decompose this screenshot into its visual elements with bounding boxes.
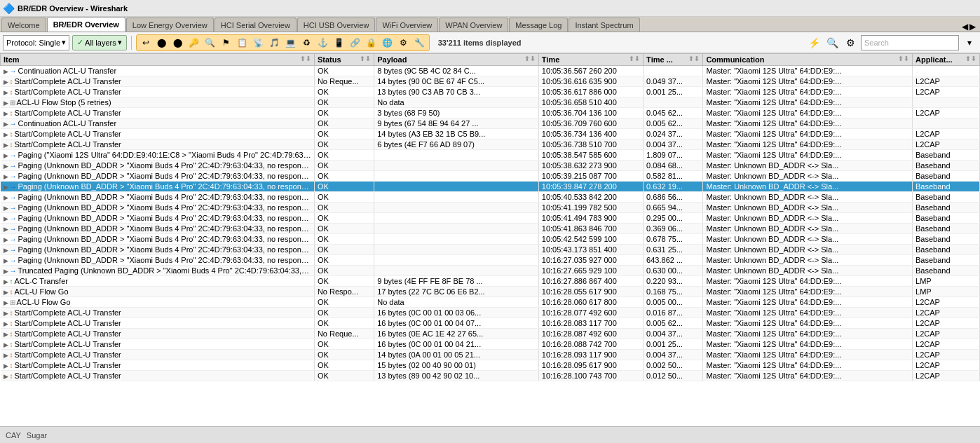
table-row[interactable]: ▶→Paging ("Xiaomi 12S Ultra" 64:DD:E9:40… — [1, 150, 980, 161]
col-header-item[interactable]: Item ⬆⬇ — [1, 54, 315, 66]
anchor-btn[interactable]: ⚓ — [315, 36, 331, 50]
table-row[interactable]: ▶↕Start/Complete ACL-U Transfer OK 14 by… — [1, 350, 980, 360]
table-row[interactable]: ▶↕ACL-U Flow Go No Respo... 17 bytes (22… — [1, 287, 980, 297]
expand-icon[interactable]: ▶ — [4, 320, 8, 327]
table-row[interactable]: ▶→Continuation ACL-U Transfer OK 9 bytes… — [1, 118, 980, 129]
expand-icon[interactable]: ▶ — [4, 142, 8, 149]
expand-icon[interactable]: ▶ — [4, 68, 8, 75]
recycle-btn[interactable]: ♻ — [299, 36, 315, 50]
table-row[interactable]: ▶↕Start/Complete ACL-U Transfer OK 6 byt… — [1, 139, 980, 150]
table-row[interactable]: ▶↕Start/Complete ACL-U Transfer OK 16 by… — [1, 339, 980, 350]
expand-icon[interactable]: ▶ — [4, 184, 8, 191]
filter-icon-btn[interactable]: ⚡ — [806, 36, 822, 50]
tab-instantspectrum[interactable]: Instant Spectrum — [569, 18, 639, 32]
expand-icon[interactable]: ▶ — [4, 373, 8, 380]
col-header-payload[interactable]: Payload ⬆⬇ — [374, 54, 539, 66]
expand-icon[interactable]: ▶ — [4, 194, 8, 201]
tab-lowenergy[interactable]: Low Energy Overview — [126, 18, 214, 32]
expand-icon[interactable]: ▶ — [4, 257, 8, 264]
pc-btn[interactable]: 💻 — [283, 36, 299, 50]
tab-wifi[interactable]: WiFi Overview — [376, 18, 438, 32]
table-row[interactable]: ▶↑ACL-C Transfer OK 9 bytes (4E FF FE 8F… — [1, 276, 980, 287]
table-row[interactable]: ▶↕Start/Complete ACL-U Transfer OK 15 by… — [1, 360, 980, 371]
table-row[interactable]: ▶→Truncated Paging (Unknown BD_ADDR > "X… — [1, 266, 980, 276]
table-row[interactable]: ▶⊞ACL-U Flow Stop (5 retries) OK No data… — [1, 97, 980, 108]
expand-icon[interactable]: ▶ — [4, 268, 8, 275]
expand-icon[interactable]: ▶ — [4, 152, 8, 159]
expand-icon[interactable]: ▶ — [4, 131, 8, 138]
expand-icon[interactable]: ▶ — [4, 215, 8, 222]
expand-icon[interactable]: ▶ — [4, 278, 8, 285]
table-row[interactable]: ▶→Paging (Unknown BD_ADDR > "Xiaomi Buds… — [1, 255, 980, 266]
tab-hciserial[interactable]: HCI Serial Overview — [215, 18, 297, 32]
col-header-time1[interactable]: Time ⬆⬇ — [538, 54, 643, 66]
col-header-comm[interactable]: Communication ⬆⬇ — [703, 54, 913, 66]
dot2-btn[interactable]: ⬤ — [170, 36, 186, 50]
settings-icon-btn[interactable]: ⚙ — [843, 36, 858, 50]
col-header-time2[interactable]: Time ... ⬆⬇ — [644, 54, 703, 66]
expand-icon[interactable]: ▶ — [4, 341, 8, 348]
tab-welcome[interactable]: Welcome — [1, 18, 46, 32]
mobile-btn[interactable]: 📱 — [332, 36, 347, 50]
tab-prev-arrow[interactable]: ◀ — [962, 22, 968, 32]
table-row[interactable]: ▶→Paging (Unknown BD_ADDR > "Xiaomi Buds… — [1, 161, 980, 171]
back-btn[interactable]: ↩ — [138, 36, 154, 50]
table-row[interactable]: ▶⊞ACL-U Flow Go OK No data 10:16:28.060 … — [1, 297, 980, 308]
table-row[interactable]: ▶→Paging (Unknown BD_ADDR > "Xiaomi Buds… — [1, 213, 980, 224]
table-row[interactable]: ▶↕Start/Complete ACL-U Transfer OK 16 by… — [1, 318, 980, 329]
wrench-btn[interactable]: 🔧 — [412, 36, 428, 50]
signal-btn[interactable]: 📡 — [251, 36, 266, 50]
tab-next-arrow[interactable]: ▶ — [969, 22, 976, 32]
expand-icon[interactable]: ▶ — [4, 289, 8, 296]
expand-icon[interactable]: ▶ — [4, 163, 8, 170]
expand-icon[interactable]: ▶ — [4, 100, 8, 107]
tab-bredr[interactable]: BR/EDR Overview — [47, 17, 125, 32]
expand-icon[interactable]: ▶ — [4, 362, 8, 369]
expand-icon[interactable]: ▶ — [4, 299, 8, 306]
expand-icon[interactable]: ▶ — [4, 331, 8, 338]
tab-messagelog[interactable]: Message Log — [509, 18, 568, 32]
table-row[interactable]: ▶→Paging (Unknown BD_ADDR > "Xiaomi Buds… — [1, 182, 980, 192]
tab-hciusb[interactable]: HCI USB Overview — [297, 18, 376, 32]
table-row[interactable]: ▶↕Start/Complete ACL-U Transfer OK 13 by… — [1, 371, 980, 381]
expand-icon[interactable]: ▶ — [4, 110, 8, 117]
expand-icon[interactable]: ▶ — [4, 247, 8, 254]
search-filter-btn[interactable]: 🔍 — [203, 36, 218, 50]
lock-btn[interactable]: 🔒 — [364, 36, 379, 50]
key-btn[interactable]: 🔑 — [186, 36, 202, 50]
link-btn[interactable]: 🔗 — [348, 36, 363, 50]
globe-btn[interactable]: 🌐 — [380, 36, 395, 50]
table-row[interactable]: ▶↕Start/Complete ACL-U Transfer OK 16 by… — [1, 308, 980, 318]
table-row[interactable]: ▶→Paging (Unknown BD_ADDR > "Xiaomi Buds… — [1, 234, 980, 245]
protocol-select[interactable]: Protocol: Single ▾ — [3, 35, 69, 50]
expand-icon[interactable]: ▶ — [4, 205, 8, 212]
expand-icon[interactable]: ▶ — [4, 79, 8, 86]
col-header-status[interactable]: Status ⬆⬇ — [314, 54, 374, 66]
tab-wpan[interactable]: WPAN Overview — [439, 18, 508, 32]
table-row[interactable]: ▶↕Start/Complete ACL-U Transfer OK 14 by… — [1, 129, 980, 139]
table-row[interactable]: ▶↕Start/Complete ACL-U Transfer OK 13 by… — [1, 87, 980, 97]
all-layers-btn[interactable]: ✓ All layers ▾ — [72, 35, 127, 50]
dot1-btn[interactable]: ⬤ — [154, 36, 170, 50]
table-row[interactable]: ▶→Paging (Unknown BD_ADDR > "Xiaomi Buds… — [1, 203, 980, 213]
table-row[interactable]: ▶↕Start/Complete ACL-U Transfer No Reque… — [1, 76, 980, 87]
expand-icon[interactable]: ▶ — [4, 226, 8, 233]
expand-icon[interactable]: ▶ — [4, 236, 8, 243]
table-row[interactable]: ▶→Continuation ACL-U Transfer OK 8 bytes… — [1, 66, 980, 76]
search-icon-btn[interactable]: 🔍 — [824, 36, 840, 50]
expand-icon[interactable]: ▶ — [4, 121, 8, 128]
table-row[interactable]: ▶→Paging (Unknown BD_ADDR > "Xiaomi Buds… — [1, 171, 980, 182]
expand-icon[interactable]: ▶ — [4, 310, 8, 317]
table-row[interactable]: ▶→Paging (Unknown BD_ADDR > "Xiaomi Buds… — [1, 224, 980, 234]
flag-btn[interactable]: ⚑ — [219, 36, 234, 50]
expand-icon[interactable]: ▶ — [4, 173, 8, 180]
table-row[interactable]: ▶→Paging (Unknown BD_ADDR > "Xiaomi Buds… — [1, 192, 980, 203]
table-row[interactable]: ▶↕Start/Complete ACL-U Transfer No Reque… — [1, 329, 980, 339]
table-container[interactable]: Item ⬆⬇ Status ⬆⬇ Payload ⬆⬇ Time ⬆⬇ Tim… — [0, 53, 980, 426]
gear-btn[interactable]: ⚙ — [396, 36, 411, 50]
expand-icon[interactable]: ▶ — [4, 352, 8, 359]
note-btn[interactable]: 🎵 — [267, 36, 283, 50]
clip-btn[interactable]: 📋 — [235, 36, 250, 50]
col-header-app[interactable]: Applicat... ⬆⬇ — [913, 54, 980, 66]
table-row[interactable]: ▶→Paging (Unknown BD_ADDR > "Xiaomi Buds… — [1, 245, 980, 255]
